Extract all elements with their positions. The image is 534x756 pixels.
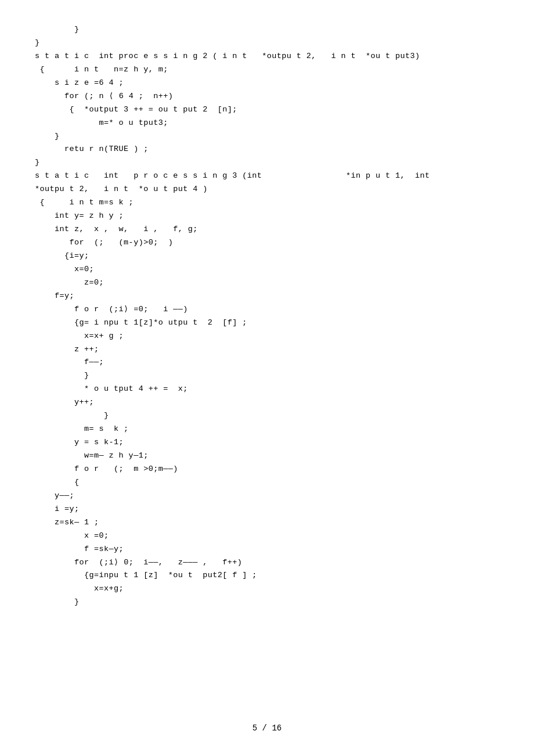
code-content: } } s t a t i c int proc e s s i n g 2 (… — [35, 23, 499, 609]
page-container: } } s t a t i c int proc e s s i n g 2 (… — [0, 0, 534, 756]
page-number: 5 / 16 — [252, 723, 282, 733]
